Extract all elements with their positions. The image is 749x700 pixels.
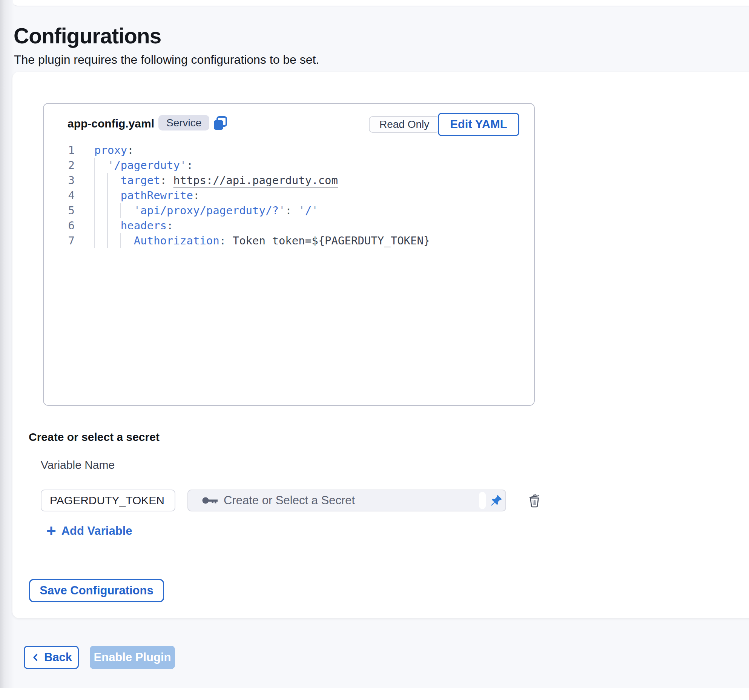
- add-variable-button[interactable]: + Add Variable: [46, 523, 132, 539]
- indent-guide: [94, 158, 95, 248]
- code-text: Authorization: Token token=${PAGERDUTY_T…: [75, 233, 430, 248]
- code-line: 4 pathRewrite:: [44, 188, 533, 203]
- code-text: 'api/proxy/pagerduty/?': '/': [75, 203, 318, 218]
- secret-select-placeholder: Create or Select a Secret: [224, 490, 355, 511]
- secret-select[interactable]: Create or Select a Secret: [187, 490, 506, 511]
- line-number: 5: [44, 203, 75, 218]
- line-number: 1: [44, 143, 75, 158]
- code-line: 2 '/pagerduty':: [44, 158, 533, 173]
- plus-icon: +: [46, 523, 56, 539]
- line-number: 3: [44, 173, 75, 188]
- indent-guide: [107, 173, 108, 248]
- code-text: '/pagerduty':: [75, 158, 193, 173]
- line-number: 2: [44, 158, 75, 173]
- page-subtitle: The plugin requires the following config…: [14, 53, 319, 67]
- config-filename: app-config.yaml: [68, 117, 154, 130]
- secret-section-heading: Create or select a secret: [29, 431, 160, 444]
- enable-plugin-button-disabled[interactable]: Enable Plugin: [90, 646, 175, 669]
- delete-variable-icon[interactable]: [526, 492, 543, 509]
- key-icon: [202, 494, 218, 507]
- code-text: target: https://api.pagerduty.com: [75, 173, 338, 188]
- save-configurations-button[interactable]: Save Configurations: [29, 579, 164, 602]
- yaml-editor-card: app-config.yaml Service Read Only Edit Y…: [43, 103, 535, 406]
- line-number: 7: [44, 233, 75, 248]
- code-line: 6 headers:: [44, 218, 533, 233]
- copy-icon[interactable]: [212, 115, 228, 131]
- variable-name-label: Variable Name: [41, 459, 115, 471]
- line-number: 6: [44, 218, 75, 233]
- code-text: pathRewrite:: [75, 188, 200, 203]
- variable-name-input[interactable]: PAGERDUTY_TOKEN: [41, 490, 175, 511]
- code-line: 1proxy:: [44, 143, 533, 158]
- plugin-configuration-page: Configurations The plugin requires the f…: [0, 0, 749, 700]
- select-scroll-thumb: [479, 492, 486, 509]
- code-text: headers:: [75, 218, 173, 233]
- page-bottom-area: [0, 688, 749, 700]
- add-variable-label: Add Variable: [61, 524, 132, 538]
- read-only-badge: Read Only: [369, 116, 440, 133]
- code-line: 3 target: https://api.pagerduty.com: [44, 173, 533, 188]
- variable-name-value: PAGERDUTY_TOKEN: [50, 494, 164, 507]
- indent-guide: [120, 203, 121, 218]
- editor-scrollbar-track[interactable]: [524, 131, 524, 404]
- chevron-left-icon: [31, 652, 40, 663]
- yaml-code-block[interactable]: 1proxy:2 '/pagerduty':3 target: https://…: [44, 143, 533, 248]
- edit-yaml-button[interactable]: Edit YAML: [438, 113, 519, 136]
- code-line: 7 Authorization: Token token=${PAGERDUTY…: [44, 233, 533, 248]
- line-number: 4: [44, 188, 75, 203]
- page-title: Configurations: [14, 23, 161, 48]
- indent-guide: [120, 233, 121, 248]
- previous-card-edge: [13, 0, 749, 6]
- code-line: 5 'api/proxy/pagerduty/?': '/': [44, 203, 533, 218]
- code-text: proxy:: [75, 143, 134, 158]
- configurations-card: app-config.yaml Service Read Only Edit Y…: [12, 72, 749, 618]
- pin-icon[interactable]: [487, 490, 505, 511]
- back-button-label: Back: [44, 651, 72, 664]
- service-badge: Service: [158, 115, 209, 130]
- back-button[interactable]: Back: [24, 646, 79, 669]
